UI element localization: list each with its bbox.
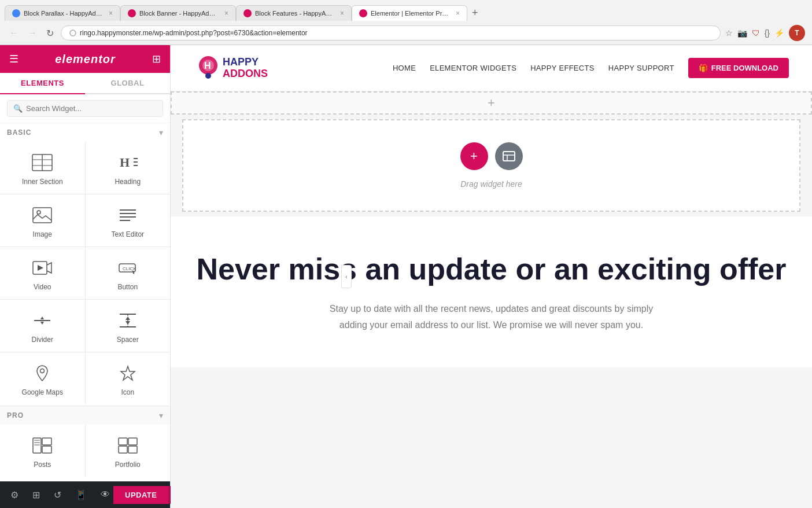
content-section: Never miss an update or an exciting offe… [171,216,812,367]
tab-1[interactable]: Block Parallax - HappyAddons × [5,5,120,21]
bottom-toolbar: ⚙ ⊞ ↺ 📱 👁 UPDATE ▾ [0,481,170,508]
tab-2-title: Block Banner - HappyAddons [139,10,219,17]
back-button[interactable]: ← [7,27,21,39]
dev-button[interactable]: {} [765,28,770,38]
lock-icon [69,30,76,36]
video-label: Video [34,283,51,291]
history-button[interactable]: ↺ [50,487,65,503]
basic-section-header[interactable]: BASIC ▾ [0,123,170,142]
refresh-button[interactable]: ↻ [44,27,56,40]
logo-svg-icon: H [194,54,223,83]
responsive-button[interactable]: 📱 [72,487,90,503]
nav-support[interactable]: HAPPY SUPPORT [608,64,674,72]
tab-elements[interactable]: ELEMENTS [0,73,85,94]
svg-point-29 [40,369,45,373]
tab-2-close[interactable]: × [224,9,228,17]
widget-image[interactable]: Image [0,194,85,246]
widget-divider[interactable]: Divider [0,300,85,352]
basic-label: BASIC [7,128,31,137]
portfolio-label: Portfolio [115,461,141,469]
site-nav: HOME ELEMENTOR WIDGETS HAPPY EFFECTS HAP… [393,58,789,78]
screenshot-button[interactable]: 📷 [737,28,747,38]
tab-global[interactable]: GLOBAL [85,73,170,93]
preview-button[interactable]: 👁 [97,487,113,502]
widget-heading[interactable]: H Heading [86,142,171,194]
url-text: ringo.happymonster.me/wp-admin/post.php?… [80,29,308,37]
search-icon: 🔍 [13,104,23,113]
pro-widgets-grid: Posts Portfolio [0,425,170,477]
canvas-wrapper: ‹ H HAPPY ADDONS H [171,45,812,508]
forward-button[interactable]: → [25,27,39,39]
tab-3-close[interactable]: × [340,9,344,17]
widget-icon[interactable]: Icon [86,352,171,404]
update-button[interactable]: UPDATE [113,486,168,504]
layers-button[interactable]: ⊞ [29,487,43,503]
browser-actions: ☆ 📷 🛡 {} ⚡ T [725,25,805,41]
tab-3[interactable]: Block Features - HappyAddons × [236,5,352,21]
widget-drop-zone: + Drag widget here [182,119,800,212]
app-body: ☰ elementor ⊞ ELEMENTS GLOBAL 🔍 BASIC ▾ [0,45,812,508]
widget-google-maps[interactable]: Google Maps [0,352,85,404]
widget-button[interactable]: CLICK Button [86,247,171,299]
svg-marker-30 [121,366,135,380]
tab-1-close[interactable]: × [109,9,113,17]
svg-rect-38 [128,438,137,445]
svg-marker-18 [38,265,43,271]
left-panel: ☰ elementor ⊞ ELEMENTS GLOBAL 🔍 BASIC ▾ [0,45,171,508]
template-icon [503,151,515,161]
nav-home[interactable]: HOME [393,64,416,72]
tab-4-title: Elementor | Elementor Preset... [371,10,450,17]
widget-video[interactable]: Video [0,247,85,299]
text-editor-label: Text Editor [111,230,144,238]
svg-rect-45 [503,152,515,161]
svg-rect-35 [42,438,51,445]
svg-text:CLICK: CLICK [123,266,136,271]
nav-effects[interactable]: HAPPY EFFECTS [530,64,595,72]
hamburger-button[interactable]: ☰ [9,53,19,65]
url-bar[interactable]: ringo.happymonster.me/wp-admin/post.php?… [61,25,721,41]
image-icon [32,205,53,226]
pro-section-header[interactable]: PRO ▾ [0,406,170,425]
logo-addons: ADDONS [223,68,268,80]
bookmark-button[interactable]: ☆ [725,28,733,38]
widget-portfolio[interactable]: Portfolio [86,425,171,477]
site-logo: H HAPPY ADDONS [194,54,268,83]
settings-button[interactable]: ⚙ [7,487,22,503]
gift-icon: 🎁 [699,64,708,72]
collapse-panel-button[interactable]: ‹ [341,265,352,288]
free-download-button[interactable]: 🎁 FREE DOWNLOAD [688,58,789,78]
widget-inner-section[interactable]: Inner Section [0,142,85,194]
widget-text-editor[interactable]: Text Editor [86,194,171,246]
tab-2[interactable]: Block Banner - HappyAddons × [120,5,236,21]
logo-happy: HAPPY [223,57,268,68]
pro-label: PRO [7,411,24,419]
svg-rect-11 [33,208,51,223]
svg-rect-36 [42,446,51,453]
drop-template-button[interactable] [495,142,523,170]
google-maps-label: Google Maps [22,388,63,396]
tab-1-title: Block Parallax - HappyAddons [24,10,103,17]
extension-button[interactable]: ⚡ [774,28,784,38]
tab-4-close[interactable]: × [456,9,460,17]
profile-avatar[interactable]: T [789,25,805,41]
icon-label: Icon [121,388,134,396]
grid-button[interactable]: ⊞ [152,53,161,65]
heading-label: Heading [115,178,141,186]
new-tab-button[interactable]: + [467,5,483,21]
search-input[interactable] [26,104,157,113]
nav-widgets[interactable]: ELEMENTOR WIDGETS [430,64,516,72]
divider-icon [32,310,53,331]
drop-add-button[interactable]: + [460,142,488,170]
add-section-bar[interactable]: + [171,91,812,115]
button-icon: CLICK [117,257,138,278]
heading-icon: H [117,152,138,173]
spacer-icon [117,310,138,331]
posts-label: Posts [34,461,51,469]
add-section-button[interactable]: + [488,95,495,111]
adblocker-button[interactable]: 🛡 [752,28,760,38]
widget-spacer[interactable]: Spacer [86,300,171,352]
search-bar: 🔍 [0,94,170,123]
inner-section-label: Inner Section [22,178,63,186]
tab-4[interactable]: Elementor | Elementor Preset... × [352,5,467,21]
widget-posts[interactable]: Posts [0,425,85,477]
